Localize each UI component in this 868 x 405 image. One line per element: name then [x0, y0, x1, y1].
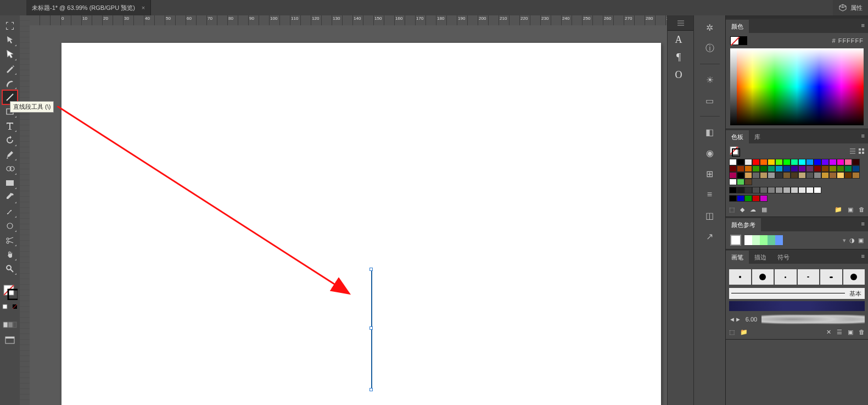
swatch-cell[interactable]	[798, 172, 806, 179]
swatch-cell[interactable]	[837, 159, 844, 165]
harmony-dropdown-icon[interactable]: ▾	[843, 237, 846, 244]
shape-builder-tool[interactable]	[2, 162, 18, 176]
wheel-icon[interactable]: ✲	[701, 21, 719, 34]
close-tab-icon[interactable]: ×	[142, 4, 145, 11]
swatch-cell[interactable]	[737, 179, 744, 185]
swatch-cell[interactable]	[821, 159, 829, 165]
canvas-area[interactable]: 0102030405060708090100110120130140150160…	[30, 15, 667, 405]
swatch-cell[interactable]	[775, 159, 783, 165]
opentype-icon[interactable]: O	[668, 66, 690, 84]
ellipse-marker[interactable]	[2, 219, 18, 233]
brush-4[interactable]	[798, 269, 820, 285]
swatch-cell[interactable]	[814, 159, 821, 165]
swatch-cell[interactable]	[791, 172, 798, 179]
swatch-cell[interactable]	[744, 172, 752, 179]
swatch-cell[interactable]	[829, 159, 837, 165]
swatch-cell[interactable]	[791, 159, 798, 165]
swatch-cell[interactable]	[744, 187, 752, 193]
swatch-cell[interactable]	[798, 159, 806, 165]
tab-stroke[interactable]: 描边	[749, 251, 772, 264]
crop-icon[interactable]: ⊞	[701, 167, 719, 180]
harmony-strip[interactable]	[744, 235, 783, 245]
properties-panel-toggle[interactable]: 属性	[833, 0, 868, 15]
collapse-icon[interactable]	[677, 20, 685, 26]
swatch-cell[interactable]	[806, 172, 814, 179]
swatch-cell[interactable]	[768, 172, 775, 179]
swatch-cell[interactable]	[837, 165, 844, 172]
swatch-cell[interactable]	[844, 159, 852, 165]
tab-brushes[interactable]: 画笔	[726, 251, 749, 264]
panel-icon[interactable]: ▭	[701, 94, 719, 107]
brush-1[interactable]	[729, 269, 751, 285]
swatch-libraries-icon[interactable]: ⬚	[729, 206, 735, 213]
swatch-cell[interactable]	[729, 172, 737, 179]
swatch-cell[interactable]	[737, 187, 744, 193]
swatch-cell[interactable]	[768, 159, 775, 165]
swatch-cell[interactable]	[821, 165, 829, 172]
swatch-options-icon[interactable]: ◆	[740, 206, 744, 213]
scissors-tool[interactable]	[2, 233, 18, 247]
eyedropper-tool[interactable]	[2, 190, 18, 204]
swatch-cell[interactable]	[775, 165, 783, 172]
swatch-cell[interactable]	[783, 172, 791, 179]
hand-tool[interactable]	[2, 247, 18, 262]
swatch-cell[interactable]	[729, 179, 737, 185]
base-color-swatch[interactable]	[730, 235, 741, 246]
stroke-swatch[interactable]	[738, 36, 747, 45]
swatch-cell[interactable]	[852, 165, 860, 172]
selection-tool[interactable]	[2, 33, 18, 47]
swatch-cell[interactable]	[768, 165, 775, 172]
swatch-kind-icon[interactable]: ▦	[761, 206, 767, 213]
list-view-icon[interactable]	[849, 148, 856, 154]
line-handle-mid[interactable]	[369, 326, 373, 330]
swatch-cell[interactable]	[737, 165, 744, 172]
draw-mode-control[interactable]	[2, 318, 18, 332]
swatch-cell[interactable]	[744, 179, 752, 185]
expand-icon[interactable]	[2, 19, 18, 33]
brush-3[interactable]	[775, 269, 797, 285]
export-icon[interactable]: ↗	[701, 230, 719, 243]
swatch-cell[interactable]	[760, 172, 768, 179]
swatch-cell[interactable]	[775, 187, 783, 193]
swatch-cell[interactable]	[806, 165, 814, 172]
swatch-cell[interactable]	[806, 187, 814, 193]
panel-menu-icon[interactable]: ≡	[861, 220, 865, 227]
panel-menu-icon[interactable]: ≡	[861, 132, 865, 139]
drawn-line-segment[interactable]	[371, 270, 372, 390]
brush-2[interactable]	[752, 269, 774, 285]
color-wheel-icon[interactable]: ◑	[849, 237, 855, 244]
line-handle-bottom[interactable]	[369, 388, 373, 391]
swatch-cell[interactable]	[752, 159, 760, 165]
cloud-icon[interactable]: ☁	[750, 206, 756, 213]
swatch-cell[interactable]	[737, 195, 744, 202]
screen-mode-button[interactable]	[2, 333, 18, 347]
new-brush-icon[interactable]: ▣	[848, 329, 853, 336]
tint-cell[interactable]	[752, 235, 760, 245]
swatch-cell[interactable]	[844, 165, 852, 172]
swatch-cell[interactable]	[783, 159, 791, 165]
swatch-cell[interactable]	[768, 187, 775, 193]
gradient-icon[interactable]: ◧	[701, 125, 719, 138]
swatch-cell[interactable]	[737, 159, 744, 165]
paintbrush-tool[interactable]	[2, 147, 18, 162]
pen-tool[interactable]	[2, 62, 18, 76]
swatch-cell[interactable]	[814, 172, 821, 179]
swatch-cell[interactable]	[852, 172, 860, 179]
blend-tool[interactable]	[2, 204, 18, 219]
swatch-cell[interactable]	[852, 159, 860, 165]
align-icon[interactable]: ≡	[701, 188, 719, 201]
save-group-icon[interactable]: ▣	[858, 237, 864, 244]
tab-swatches[interactable]: 色板	[726, 130, 749, 143]
swatch-cell[interactable]	[798, 187, 806, 193]
swatch-icon[interactable]: ◉	[701, 146, 719, 159]
swatch-cell[interactable]	[729, 165, 737, 172]
tab-color[interactable]: 颜色	[726, 20, 749, 33]
swatch-cell[interactable]	[775, 172, 783, 179]
swatch-cell[interactable]	[760, 159, 768, 165]
direct-selection-tool[interactable]	[2, 47, 18, 62]
trash-icon[interactable]: 🗑	[859, 329, 865, 336]
pathfinder-icon[interactable]: ◫	[701, 209, 719, 222]
tab-color-guide[interactable]: 颜色参考	[726, 218, 761, 231]
rotate-tool[interactable]	[2, 133, 18, 147]
panel-menu-icon[interactable]: ≡	[861, 22, 865, 29]
